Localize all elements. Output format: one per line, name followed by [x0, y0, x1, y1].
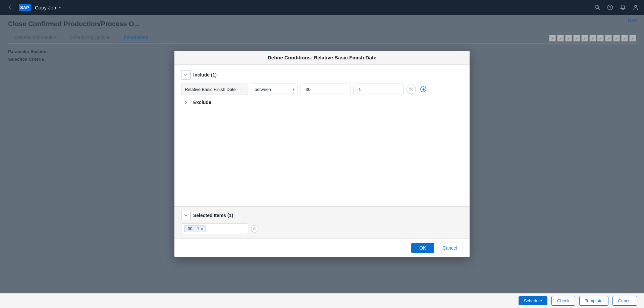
template-button[interactable]: Template: [579, 296, 608, 306]
clear-condition-button[interactable]: [407, 85, 416, 94]
modal-dialog: Define Conditions: Relative Basic Finish…: [174, 51, 470, 257]
help-icon[interactable]: ?: [607, 4, 613, 10]
selected-tag-value: -30...-1: [186, 226, 199, 231]
ok-button[interactable]: OK: [411, 243, 434, 253]
check-button[interactable]: Check: [551, 296, 575, 306]
modal-actions: OK Cancel: [174, 238, 470, 257]
modal-body: Include (1) between equal to not equal t…: [174, 65, 470, 206]
clear-all-selected-button[interactable]: [251, 225, 258, 233]
condition-row: between equal to not equal to less than …: [181, 84, 463, 95]
search-icon[interactable]: [594, 4, 600, 10]
nav-right-icons: ?: [594, 4, 639, 10]
include-label: Include (1): [193, 72, 217, 78]
exclude-section-header: Exclude: [181, 98, 463, 107]
cancel-button[interactable]: Cancel: [437, 243, 463, 253]
exclude-chevron-button[interactable]: [181, 98, 191, 107]
include-section-header: Include (1): [181, 70, 463, 80]
schedule-button[interactable]: Schedule: [519, 296, 547, 305]
condition-value2-input[interactable]: [354, 84, 404, 95]
nav-title-text: Copy Job: [35, 5, 56, 10]
condition-value1-input[interactable]: [301, 84, 351, 95]
selected-items-row: -30...-1 ✕: [181, 223, 463, 234]
top-nav: SAP Copy Job ▼ ?: [0, 0, 644, 15]
svg-text:?: ?: [609, 5, 611, 9]
page-background: New Close Confirmed Production/Process O…: [0, 15, 644, 293]
modal-overlay: Define Conditions: Relative Basic Finish…: [0, 15, 644, 293]
selected-tag: -30...-1 ✕: [184, 225, 206, 232]
selected-items-header: Selected Items (1): [181, 211, 463, 220]
back-button[interactable]: [5, 3, 15, 12]
nav-title[interactable]: Copy Job ▼: [35, 5, 61, 10]
include-chevron-button[interactable]: [181, 70, 191, 80]
selected-items-footer: Selected Items (1) -30...-1 ✕: [174, 206, 470, 238]
bottom-bar: Schedule Check Template Cancel: [0, 293, 644, 308]
add-condition-button[interactable]: [419, 85, 428, 94]
condition-field-input[interactable]: [181, 84, 248, 95]
modal-title: Define Conditions: Relative Basic Finish…: [268, 55, 376, 60]
selected-items-box: -30...-1 ✕: [181, 223, 248, 234]
notifications-icon[interactable]: [620, 4, 626, 10]
tag-remove-button[interactable]: ✕: [201, 227, 204, 231]
cancel-bottom-button[interactable]: Cancel: [612, 296, 637, 306]
operator-select-wrapper: between equal to not equal to less than …: [251, 84, 298, 95]
operator-select[interactable]: between equal to not equal to less than …: [251, 84, 298, 95]
sap-logo: SAP: [19, 3, 31, 11]
modal-header: Define Conditions: Relative Basic Finish…: [174, 51, 470, 65]
exclude-label: Exclude: [193, 100, 211, 105]
svg-text:SAP: SAP: [20, 5, 29, 10]
modal-body-spacer: [181, 107, 463, 201]
nav-title-arrow-icon: ▼: [58, 6, 61, 9]
svg-line-3: [598, 8, 600, 10]
selected-items-label: Selected Items (1): [193, 213, 233, 218]
selected-items-chevron-button[interactable]: [181, 211, 191, 220]
svg-point-6: [635, 5, 637, 7]
user-icon[interactable]: [633, 4, 639, 10]
